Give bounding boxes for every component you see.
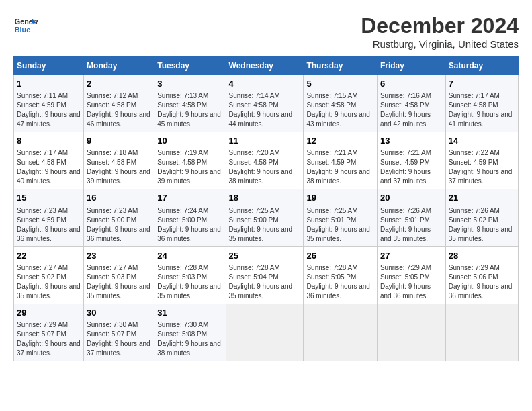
day-info: Sunrise: 7:24 AMSunset: 5:00 PMDaylight:… bbox=[157, 206, 222, 244]
day-cell: 13Sunrise: 7:21 AMSunset: 4:59 PMDayligh… bbox=[377, 132, 445, 189]
day-number: 9 bbox=[87, 135, 151, 147]
day-cell: 18Sunrise: 7:25 AMSunset: 5:00 PMDayligh… bbox=[226, 189, 304, 246]
day-cell: 26Sunrise: 7:28 AMSunset: 5:05 PMDayligh… bbox=[304, 246, 378, 304]
day-number: 24 bbox=[157, 250, 222, 262]
day-number: 29 bbox=[17, 307, 81, 319]
day-cell: 31Sunrise: 7:30 AMSunset: 5:08 PMDayligh… bbox=[154, 304, 226, 361]
day-info: Sunrise: 7:23 AMSunset: 5:00 PMDaylight:… bbox=[87, 206, 151, 244]
day-cell: 2Sunrise: 7:12 AMSunset: 4:58 PMDaylight… bbox=[84, 75, 154, 132]
day-cell: 23Sunrise: 7:27 AMSunset: 5:03 PMDayligh… bbox=[84, 246, 154, 304]
day-cell: 8Sunrise: 7:17 AMSunset: 4:58 PMDaylight… bbox=[14, 132, 84, 189]
day-number: 16 bbox=[87, 192, 151, 204]
logo-icon: General Blue bbox=[13, 13, 38, 38]
day-number: 1 bbox=[17, 78, 81, 90]
day-cell: 4Sunrise: 7:14 AMSunset: 4:58 PMDaylight… bbox=[226, 75, 304, 132]
title-area: December 2024 Rustburg, Virginia, United… bbox=[361, 13, 519, 50]
calendar-header-row: SundayMondayTuesdayWednesdayThursdayFrid… bbox=[14, 57, 519, 75]
day-number: 30 bbox=[87, 307, 151, 319]
day-number: 22 bbox=[17, 250, 81, 262]
day-number: 13 bbox=[380, 135, 443, 147]
day-number: 6 bbox=[380, 78, 443, 90]
day-number: 19 bbox=[306, 192, 374, 204]
day-cell: 1Sunrise: 7:11 AMSunset: 4:59 PMDaylight… bbox=[14, 75, 84, 132]
day-cell: 15Sunrise: 7:23 AMSunset: 4:59 PMDayligh… bbox=[14, 189, 84, 246]
day-info: Sunrise: 7:28 AMSunset: 5:05 PMDaylight:… bbox=[306, 263, 374, 301]
header-tuesday: Tuesday bbox=[154, 57, 226, 75]
header-wednesday: Wednesday bbox=[226, 57, 304, 75]
day-number: 31 bbox=[157, 307, 222, 319]
day-number: 26 bbox=[306, 250, 374, 262]
day-info: Sunrise: 7:17 AMSunset: 4:58 PMDaylight:… bbox=[449, 91, 515, 129]
day-info: Sunrise: 7:20 AMSunset: 4:58 PMDaylight:… bbox=[229, 148, 301, 186]
day-cell: 11Sunrise: 7:20 AMSunset: 4:58 PMDayligh… bbox=[226, 132, 304, 189]
header-sunday: Sunday bbox=[14, 57, 84, 75]
day-number: 21 bbox=[449, 192, 515, 204]
day-info: Sunrise: 7:14 AMSunset: 4:58 PMDaylight:… bbox=[229, 91, 301, 129]
day-info: Sunrise: 7:29 AMSunset: 5:06 PMDaylight:… bbox=[449, 263, 515, 301]
logo: General Blue bbox=[13, 13, 38, 38]
day-cell: 24Sunrise: 7:28 AMSunset: 5:03 PMDayligh… bbox=[154, 246, 226, 304]
day-cell: 12Sunrise: 7:21 AMSunset: 4:59 PMDayligh… bbox=[304, 132, 378, 189]
day-cell: 16Sunrise: 7:23 AMSunset: 5:00 PMDayligh… bbox=[84, 189, 154, 246]
header-thursday: Thursday bbox=[304, 57, 378, 75]
day-number: 18 bbox=[229, 192, 301, 204]
day-info: Sunrise: 7:22 AMSunset: 4:59 PMDaylight:… bbox=[449, 148, 515, 186]
day-info: Sunrise: 7:29 AMSunset: 5:05 PMDaylight:… bbox=[380, 263, 443, 301]
day-info: Sunrise: 7:30 AMSunset: 5:07 PMDaylight:… bbox=[87, 320, 151, 358]
day-cell: 3Sunrise: 7:13 AMSunset: 4:58 PMDaylight… bbox=[154, 75, 226, 132]
day-number: 28 bbox=[449, 250, 515, 262]
day-info: Sunrise: 7:12 AMSunset: 4:58 PMDaylight:… bbox=[87, 91, 151, 129]
header-monday: Monday bbox=[84, 57, 154, 75]
day-cell: 10Sunrise: 7:19 AMSunset: 4:58 PMDayligh… bbox=[154, 132, 226, 189]
day-info: Sunrise: 7:25 AMSunset: 5:00 PMDaylight:… bbox=[229, 206, 301, 244]
day-cell: 22Sunrise: 7:27 AMSunset: 5:02 PMDayligh… bbox=[14, 246, 84, 304]
day-cell: 6Sunrise: 7:16 AMSunset: 4:58 PMDaylight… bbox=[377, 75, 445, 132]
day-info: Sunrise: 7:27 AMSunset: 5:02 PMDaylight:… bbox=[17, 263, 81, 301]
day-cell: 5Sunrise: 7:15 AMSunset: 4:58 PMDaylight… bbox=[304, 75, 378, 132]
day-info: Sunrise: 7:28 AMSunset: 5:03 PMDaylight:… bbox=[157, 263, 222, 301]
day-number: 11 bbox=[229, 135, 301, 147]
day-cell: 7Sunrise: 7:17 AMSunset: 4:58 PMDaylight… bbox=[445, 75, 518, 132]
day-info: Sunrise: 7:30 AMSunset: 5:08 PMDaylight:… bbox=[157, 320, 222, 358]
day-number: 27 bbox=[380, 250, 443, 262]
day-info: Sunrise: 7:15 AMSunset: 4:58 PMDaylight:… bbox=[306, 91, 374, 129]
header-saturday: Saturday bbox=[445, 57, 518, 75]
day-cell: 14Sunrise: 7:22 AMSunset: 4:59 PMDayligh… bbox=[445, 132, 518, 189]
page-header: General Blue December 2024 Rustburg, Vir… bbox=[13, 13, 519, 50]
day-cell bbox=[304, 304, 378, 361]
page-title: December 2024 bbox=[361, 13, 519, 38]
day-number: 8 bbox=[17, 135, 81, 147]
day-info: Sunrise: 7:11 AMSunset: 4:59 PMDaylight:… bbox=[17, 91, 81, 129]
day-info: Sunrise: 7:21 AMSunset: 4:59 PMDaylight:… bbox=[380, 148, 443, 186]
day-info: Sunrise: 7:26 AMSunset: 5:01 PMDaylight:… bbox=[380, 206, 443, 244]
day-info: Sunrise: 7:18 AMSunset: 4:58 PMDaylight:… bbox=[87, 148, 151, 186]
day-number: 4 bbox=[229, 78, 301, 90]
day-number: 14 bbox=[449, 135, 515, 147]
calendar-table: SundayMondayTuesdayWednesdayThursdayFrid… bbox=[13, 56, 519, 361]
day-cell: 17Sunrise: 7:24 AMSunset: 5:00 PMDayligh… bbox=[154, 189, 226, 246]
day-number: 15 bbox=[17, 192, 81, 204]
week-row-1: 1Sunrise: 7:11 AMSunset: 4:59 PMDaylight… bbox=[14, 75, 519, 132]
day-number: 20 bbox=[380, 192, 443, 204]
week-row-4: 22Sunrise: 7:27 AMSunset: 5:02 PMDayligh… bbox=[14, 246, 519, 304]
day-number: 23 bbox=[87, 250, 151, 262]
day-info: Sunrise: 7:27 AMSunset: 5:03 PMDaylight:… bbox=[87, 263, 151, 301]
day-number: 25 bbox=[229, 250, 301, 262]
day-number: 12 bbox=[306, 135, 374, 147]
day-cell: 21Sunrise: 7:26 AMSunset: 5:02 PMDayligh… bbox=[445, 189, 518, 246]
day-cell bbox=[226, 304, 304, 361]
day-cell bbox=[377, 304, 445, 361]
day-info: Sunrise: 7:23 AMSunset: 4:59 PMDaylight:… bbox=[17, 206, 81, 244]
day-number: 3 bbox=[157, 78, 222, 90]
week-row-3: 15Sunrise: 7:23 AMSunset: 4:59 PMDayligh… bbox=[14, 189, 519, 246]
day-number: 17 bbox=[157, 192, 222, 204]
day-info: Sunrise: 7:28 AMSunset: 5:04 PMDaylight:… bbox=[229, 263, 301, 301]
day-cell: 20Sunrise: 7:26 AMSunset: 5:01 PMDayligh… bbox=[377, 189, 445, 246]
day-cell: 9Sunrise: 7:18 AMSunset: 4:58 PMDaylight… bbox=[84, 132, 154, 189]
day-number: 5 bbox=[306, 78, 374, 90]
day-cell: 30Sunrise: 7:30 AMSunset: 5:07 PMDayligh… bbox=[84, 304, 154, 361]
day-number: 2 bbox=[87, 78, 151, 90]
day-cell bbox=[445, 304, 518, 361]
day-cell: 27Sunrise: 7:29 AMSunset: 5:05 PMDayligh… bbox=[377, 246, 445, 304]
day-info: Sunrise: 7:25 AMSunset: 5:01 PMDaylight:… bbox=[306, 206, 374, 244]
